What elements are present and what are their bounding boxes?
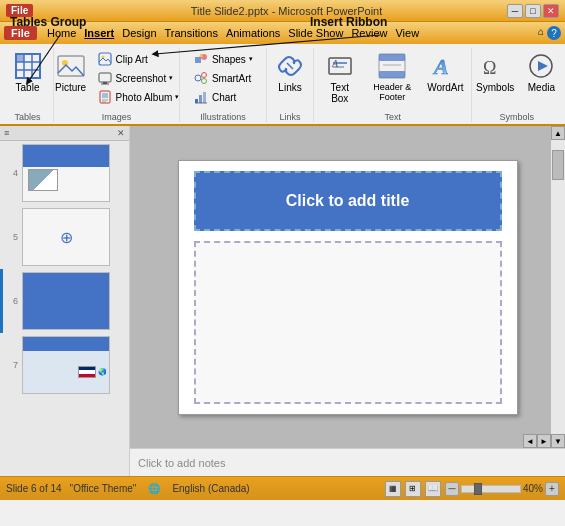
svg-rect-14 (102, 93, 108, 98)
question-icon[interactable]: ? (547, 26, 561, 40)
scroll-down-btn[interactable]: ▼ (551, 434, 565, 448)
svg-rect-8 (99, 53, 111, 65)
slide-canvas: Click to add title (178, 160, 518, 415)
slide-thumb-5[interactable]: 5 ⊕ (0, 205, 129, 269)
wordart-button[interactable]: A WordArt (425, 48, 465, 95)
scroll-track[interactable] (551, 140, 565, 434)
canvas-hscroll[interactable]: ◄ ► (523, 434, 551, 448)
zoom-control: ─ 40% + (445, 482, 559, 496)
animations-tab[interactable]: Animations (224, 26, 282, 40)
svg-rect-17 (195, 57, 201, 63)
table-button[interactable]: Table (8, 48, 48, 95)
table-label: Table (16, 82, 40, 93)
symbols-icon: Ω (479, 50, 511, 82)
zoom-slider[interactable] (461, 485, 521, 493)
clip-art-label: Clip Art (116, 54, 148, 65)
svg-marker-41 (538, 61, 548, 71)
svg-text:Ω: Ω (483, 58, 496, 78)
zoom-in-btn[interactable]: + (545, 482, 559, 496)
slide-num-6: 6 (6, 296, 18, 306)
scroll-thumb[interactable] (552, 150, 564, 180)
file-button[interactable]: File (6, 4, 33, 17)
notes-area[interactable]: Click to add notes (130, 448, 565, 476)
svg-text:A: A (432, 54, 449, 79)
clip-art-button[interactable]: Clip Art (94, 50, 183, 68)
slides-tab-label[interactable]: ≡ (4, 128, 9, 138)
textbox-icon: A (324, 50, 356, 82)
slide-thumb-4[interactable]: 4 (0, 141, 129, 205)
scroll-left-btn[interactable]: ◄ (523, 434, 537, 448)
picture-icon (55, 50, 87, 82)
maximize-button[interactable]: □ (525, 4, 541, 18)
shapes-label: Shapes (212, 54, 246, 65)
slides-list: 4 5 ⊕ (0, 141, 129, 476)
slide-thumb-7[interactable]: 7 🌏 (0, 333, 129, 397)
shapes-button[interactable]: Shapes ▾ (190, 50, 256, 68)
minimize-button[interactable]: ─ (507, 4, 523, 18)
table-icon (12, 50, 44, 82)
scroll-right-btn[interactable]: ► (537, 434, 551, 448)
text-group: A Text Box Header & Footer A WordArt Tex… (316, 48, 472, 122)
media-button[interactable]: Media (521, 48, 561, 95)
chart-button[interactable]: Chart (190, 88, 239, 106)
symbols-group: Ω Symbols Media Symbols (474, 48, 561, 122)
slide-sorter-btn[interactable]: ⊞ (405, 481, 421, 497)
normal-view-btn[interactable]: ▦ (385, 481, 401, 497)
close-button[interactable]: ✕ (543, 4, 559, 18)
window-title: Title Slide2.pptx - Microsoft PowerPoint (66, 5, 507, 17)
header-footer-label: Header & Footer (365, 82, 419, 102)
status-left: Slide 6 of 14 "Office Theme" 🌐 English (… (6, 482, 250, 496)
quick-access-toolbar: File Home Insert Design Transitions Anim… (0, 22, 565, 44)
svg-point-22 (201, 79, 206, 84)
slide-content-box[interactable] (194, 241, 502, 404)
symbols-button[interactable]: Ω Symbols (472, 48, 518, 95)
screenshot-button[interactable]: Screenshot ▾ (94, 69, 183, 87)
shapes-icon (193, 51, 209, 67)
illustrations-group-label: Illustrations (200, 110, 246, 122)
zoom-slider-thumb[interactable] (474, 483, 482, 495)
help-icon[interactable]: ⌂ (538, 26, 544, 40)
insert-tab[interactable]: Insert (82, 26, 116, 40)
reading-view-btn[interactable]: 📖 (425, 481, 441, 497)
zoom-out-btn[interactable]: ─ (445, 482, 459, 496)
picture-button[interactable]: Picture (51, 48, 91, 95)
design-tab[interactable]: Design (120, 26, 158, 40)
links-button[interactable]: Links (270, 48, 310, 95)
shapes-dropdown[interactable]: ▾ (249, 55, 253, 63)
transitions-tab[interactable]: Transitions (163, 26, 220, 40)
links-label: Links (278, 82, 301, 93)
picture-label: Picture (55, 82, 86, 93)
slideshow-tab[interactable]: Slide Show (286, 26, 345, 40)
panel-close-btn[interactable]: ✕ (117, 128, 125, 138)
svg-text:A: A (331, 58, 339, 69)
screenshot-dropdown[interactable]: ▾ (169, 74, 173, 82)
clip-art-icon (97, 51, 113, 67)
svg-rect-26 (199, 95, 202, 103)
smartart-button[interactable]: SmartArt (190, 69, 254, 87)
photo-album-label: Photo Album (116, 92, 173, 103)
review-tab[interactable]: Review (349, 26, 389, 40)
illustrations-group: Shapes ▾ SmartArt Chart Illustrations (182, 48, 267, 122)
file-tab-btn[interactable]: File (4, 26, 37, 40)
scroll-up-btn[interactable]: ▲ (551, 126, 565, 140)
textbox-button[interactable]: A Text Box (320, 48, 359, 106)
smartart-icon (193, 70, 209, 86)
text-group-label: Text (385, 110, 402, 122)
slide-num-4: 4 (6, 168, 18, 178)
window-controls[interactable]: ─ □ ✕ (507, 4, 559, 18)
chart-icon (193, 89, 209, 105)
slide-info: Slide 6 of 14 (6, 483, 62, 494)
photo-album-dropdown[interactable]: ▾ (175, 93, 179, 101)
slide-num-7: 7 (6, 360, 18, 370)
slide5-icon: ⊕ (60, 228, 73, 247)
photo-album-button[interactable]: Photo Album ▾ (94, 88, 183, 106)
slide-title-box[interactable]: Click to add title (194, 171, 502, 231)
slide-thumb-6[interactable]: 6 (0, 269, 129, 333)
slide-canvas-area[interactable]: Click to add title ▲ ▼ ◄ ► (130, 126, 565, 448)
home-tab[interactable]: Home (45, 26, 78, 40)
header-footer-button[interactable]: Header & Footer (361, 48, 423, 104)
view-tab[interactable]: View (393, 26, 421, 40)
wordart-icon: A (429, 50, 461, 82)
canvas-vscroll[interactable]: ▲ ▼ (551, 126, 565, 448)
status-bar: Slide 6 of 14 "Office Theme" 🌐 English (… (0, 476, 565, 500)
